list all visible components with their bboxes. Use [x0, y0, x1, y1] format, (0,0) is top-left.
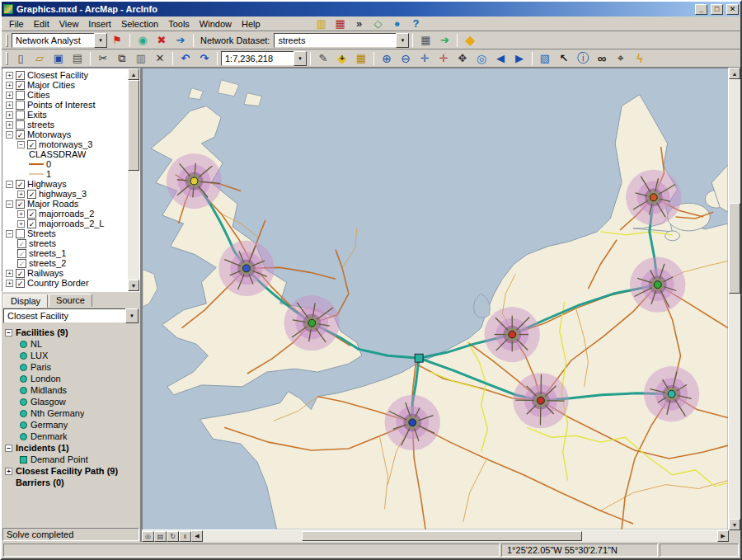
- tab-display[interactable]: Display: [3, 294, 48, 308]
- save-icon[interactable]: [49, 50, 68, 67]
- layer-checkbox[interactable]: ✓: [27, 140, 36, 149]
- toc-layer-railways[interactable]: +✓Railways: [2, 268, 128, 278]
- expand-box[interactable]: +: [6, 121, 13, 129]
- toc-scrollbar[interactable]: ▲ ▼: [128, 68, 139, 291]
- analysis-layer-combo[interactable]: Closest Facility ▼: [3, 308, 139, 323]
- layer-checkbox[interactable]: ✓: [17, 249, 26, 258]
- toc-layer-streets-2[interactable]: ✓streets_2: [2, 258, 128, 268]
- menu-view[interactable]: View: [54, 17, 84, 31]
- na-item-germany[interactable]: Germany: [2, 419, 140, 431]
- menu-selection[interactable]: Selection: [116, 17, 163, 31]
- zoom-out-icon[interactable]: [397, 50, 415, 67]
- layer-checkbox[interactable]: ✓: [16, 81, 25, 90]
- model-builder-icon[interactable]: [369, 16, 387, 32]
- arccatalog-icon[interactable]: [312, 16, 331, 32]
- cut-icon[interactable]: [94, 50, 112, 67]
- expand-box[interactable]: +: [6, 72, 13, 79]
- layer-checkbox[interactable]: ✓: [17, 239, 26, 248]
- na-item-nth-germany[interactable]: Nth Germany: [2, 407, 140, 419]
- expand-box[interactable]: +: [17, 210, 25, 218]
- expand-box[interactable]: +: [5, 468, 12, 475]
- layer-checkbox[interactable]: ✓: [27, 209, 36, 219]
- print-icon[interactable]: [68, 50, 87, 67]
- layer-checkbox[interactable]: [16, 120, 25, 129]
- expand-box[interactable]: +: [6, 82, 13, 89]
- na-item-lux[interactable]: LUX: [2, 350, 140, 361]
- layer-checkbox[interactable]: [16, 111, 25, 120]
- layer-checkbox[interactable]: ✓: [16, 200, 25, 209]
- chevron-down-icon[interactable]: ▼: [125, 308, 139, 323]
- menu-edit[interactable]: Edit: [29, 17, 54, 31]
- na-group-facilities-9[interactable]: −Facilities (9): [2, 327, 140, 338]
- toc-layer-majorroads-2-l[interactable]: +✓majorroads_2_L: [2, 219, 128, 228]
- menu-tools[interactable]: Tools: [163, 17, 195, 31]
- back-icon[interactable]: [491, 50, 510, 67]
- collapse-box[interactable]: −: [6, 200, 13, 208]
- scroll-thumb[interactable]: [128, 80, 139, 171]
- collapse-box[interactable]: −: [6, 230, 13, 238]
- layer-checkbox[interactable]: ✓: [17, 259, 26, 268]
- na-item-denmark[interactable]: Denmark: [2, 431, 140, 442]
- chevron-down-icon[interactable]: ▼: [94, 33, 107, 48]
- find-icon[interactable]: [593, 50, 611, 67]
- expand-box[interactable]: +: [17, 191, 25, 198]
- na-item-london[interactable]: London: [2, 373, 140, 384]
- expand-box[interactable]: +: [6, 92, 13, 99]
- hyperlink-icon[interactable]: [631, 50, 649, 67]
- chevron-down-icon[interactable]: ▼: [294, 51, 307, 66]
- create-network-location-icon[interactable]: [134, 32, 152, 49]
- toc-layer-exits[interactable]: +Exits: [2, 110, 128, 120]
- toc-layer-closest-facility[interactable]: +✓Closest Facility: [2, 70, 128, 80]
- select-elements-icon[interactable]: [555, 50, 573, 67]
- scroll-thumb[interactable]: [729, 203, 740, 294]
- arcglobe-icon[interactable]: [388, 16, 406, 32]
- toc-layer-cities[interactable]: +Cities: [2, 90, 128, 100]
- expand-box[interactable]: +: [6, 111, 13, 119]
- zoom-in-icon[interactable]: [378, 50, 396, 67]
- map-svg[interactable]: [143, 68, 728, 529]
- layer-checkbox[interactable]: [16, 229, 25, 238]
- expand-box[interactable]: +: [17, 220, 25, 228]
- data-view-button[interactable]: ◎: [142, 531, 154, 542]
- fixed-zoom-out-icon[interactable]: [434, 50, 453, 67]
- collapse-box[interactable]: −: [6, 131, 13, 139]
- redo-icon[interactable]: [195, 50, 214, 67]
- layer-checkbox[interactable]: ✓: [16, 279, 25, 288]
- open-icon[interactable]: [31, 50, 49, 67]
- scroll-thumb[interactable]: [302, 531, 582, 541]
- refresh-view-button[interactable]: ↻: [167, 531, 179, 542]
- pause-drawing-button[interactable]: ‖: [179, 531, 191, 542]
- toc-layer-country-border[interactable]: +✓Country Border: [2, 278, 128, 288]
- chevron-down-icon[interactable]: ▼: [396, 33, 409, 48]
- select-features-icon[interactable]: [536, 50, 554, 67]
- menu-window[interactable]: Window: [195, 17, 237, 31]
- scroll-left-icon[interactable]: ◀: [191, 530, 203, 542]
- editor-pencil-icon[interactable]: [314, 50, 332, 67]
- collapse-box[interactable]: −: [5, 329, 12, 336]
- forward-icon[interactable]: [510, 50, 528, 67]
- minimize-button[interactable]: _: [695, 4, 707, 15]
- na-group-incidents-1[interactable]: −Incidents (1): [2, 442, 140, 454]
- toc-layer-points-of-interest[interactable]: +Points of Interest: [2, 100, 128, 110]
- delete-icon[interactable]: [151, 50, 169, 67]
- layer-checkbox[interactable]: [16, 91, 25, 100]
- map-horizontal-scrollbar[interactable]: ◎ ▤ ↻ ‖ ◀ ▶: [142, 530, 729, 542]
- scroll-up-icon[interactable]: ▲: [729, 68, 740, 79]
- toc-layer-highways[interactable]: −✓Highways: [2, 179, 128, 189]
- toc-layer-major-cities[interactable]: +✓Major Cities: [2, 80, 128, 90]
- layout-view-button[interactable]: ▤: [154, 531, 167, 542]
- na-item-midlands[interactable]: Midlands: [2, 384, 140, 396]
- add-barrier-icon[interactable]: [153, 32, 171, 49]
- layer-checkbox[interactable]: ✓: [27, 219, 36, 228]
- command-line-icon[interactable]: [350, 16, 369, 32]
- toolbar-grip[interactable]: [6, 52, 8, 65]
- network-attributes-icon[interactable]: [416, 32, 434, 49]
- map-vertical-scrollbar[interactable]: ▲ ▼: [729, 68, 740, 530]
- layer-checkbox[interactable]: ✓: [27, 190, 36, 199]
- goto-xy-icon[interactable]: [612, 50, 630, 67]
- na-item-nl[interactable]: NL: [2, 338, 140, 350]
- tab-source[interactable]: Source: [49, 294, 92, 307]
- fixed-zoom-in-icon[interactable]: [416, 50, 434, 67]
- paste-icon[interactable]: [132, 50, 150, 67]
- undo-icon[interactable]: [176, 50, 195, 67]
